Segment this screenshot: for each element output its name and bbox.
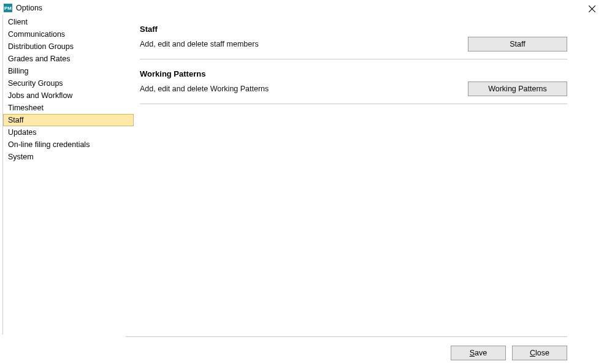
sidebar-item-staff[interactable]: Staff	[3, 114, 134, 126]
sidebar-item-jobs-and-workflow[interactable]: Jobs and Workflow	[3, 89, 134, 102]
section-title: Staff	[140, 25, 259, 34]
sidebar-item-billing[interactable]: Billing	[3, 65, 134, 77]
sidebar-item-timesheet[interactable]: Timesheet	[3, 102, 134, 114]
close-button[interactable]: Close	[512, 346, 567, 360]
save-button[interactable]: Save	[451, 346, 506, 360]
sidebar-item-client[interactable]: Client	[3, 16, 134, 28]
sidebar-item-grades-and-rates[interactable]: Grades and Rates	[3, 53, 134, 65]
sidebar: ClientCommunicationsDistribution GroupsG…	[2, 15, 134, 335]
window-title: Options	[16, 4, 42, 12]
section-title: Working Patterns	[140, 69, 269, 78]
sidebar-item-on-line-filing-credentials[interactable]: On-line filing credentials	[3, 138, 134, 151]
app-icon: PM	[4, 4, 12, 12]
section-staff: StaffAdd, edit and delete staff membersS…	[140, 23, 567, 59]
sidebar-item-communications[interactable]: Communications	[3, 28, 134, 40]
sidebar-item-security-groups[interactable]: Security Groups	[3, 77, 134, 89]
titlebar: PM Options	[0, 0, 604, 15]
section-description: Add, edit and delete staff members	[140, 40, 259, 48]
sidebar-item-distribution-groups[interactable]: Distribution Groups	[3, 40, 134, 53]
sidebar-item-updates[interactable]: Updates	[3, 126, 134, 138]
working-patterns-button[interactable]: Working Patterns	[468, 82, 567, 96]
staff-button[interactable]: Staff	[468, 37, 567, 51]
section-working-patterns: Working PatternsAdd, edit and delete Wor…	[140, 68, 567, 104]
content-panel: StaffAdd, edit and delete staff membersS…	[134, 15, 604, 335]
close-icon[interactable]	[586, 2, 598, 15]
section-description: Add, edit and delete Working Patterns	[140, 85, 269, 93]
sidebar-item-system[interactable]: System	[3, 151, 134, 163]
footer: Save Close	[126, 336, 567, 360]
